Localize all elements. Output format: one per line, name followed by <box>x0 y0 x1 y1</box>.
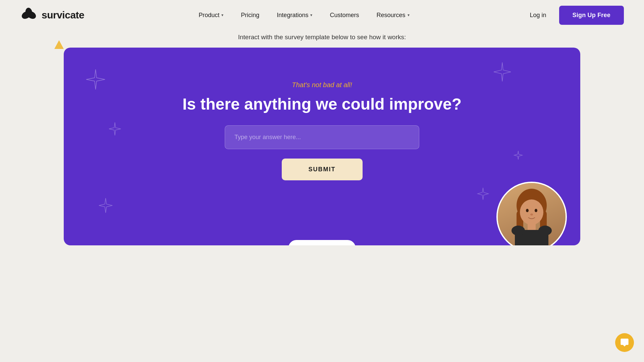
svg-point-8 <box>535 209 537 212</box>
svg-point-13 <box>538 226 552 236</box>
nav-item-product[interactable]: Product ▾ <box>191 8 231 22</box>
logo[interactable]: survicate <box>20 6 84 24</box>
nav-links: Product ▾ Pricing Integrations ▾ Custome… <box>191 8 417 22</box>
star-decoration <box>107 121 122 138</box>
star-decoration <box>97 197 114 215</box>
orange-decoration <box>54 40 64 50</box>
nav-item-resources[interactable]: Resources ▾ <box>369 8 417 22</box>
survey-content: That's not bad at all! Is there anything… <box>77 68 567 180</box>
email-link-pill[interactable]: Email and link <box>287 239 356 245</box>
nav-item-pricing[interactable]: Pricing <box>233 8 267 22</box>
avatar <box>496 182 567 245</box>
svg-point-7 <box>526 209 529 212</box>
chevron-down-icon: ▾ <box>408 13 410 17</box>
nav-item-customers[interactable]: Customers <box>322 8 366 22</box>
page-subtitle: Interact with the survey template below … <box>0 30 644 48</box>
signup-button[interactable]: Sign Up Free <box>559 6 624 25</box>
submit-button[interactable]: SUBMIT <box>282 159 363 180</box>
star-decoration <box>513 150 523 162</box>
survey-subtitle: That's not bad at all! <box>292 81 352 89</box>
chevron-down-icon: ▾ <box>310 13 312 17</box>
avatar-image <box>498 183 566 245</box>
login-button[interactable]: Log in <box>524 8 552 22</box>
svg-rect-10 <box>528 223 536 230</box>
chevron-down-icon: ▾ <box>221 13 223 17</box>
star-decoration <box>491 61 513 84</box>
svg-point-9 <box>530 214 533 216</box>
survey-card: That's not bad at all! Is there anything… <box>64 48 580 245</box>
star-decoration <box>84 68 107 93</box>
nav-item-integrations[interactable]: Integrations ▾ <box>269 8 320 22</box>
svg-point-6 <box>520 199 543 225</box>
logo-text: survicate <box>42 9 84 21</box>
chat-button[interactable] <box>615 333 634 352</box>
survey-answer-input[interactable] <box>225 125 419 149</box>
nav-right: Log in Sign Up Free <box>524 6 624 25</box>
svg-point-12 <box>512 226 525 236</box>
survey-question: Is there anything we could improve? <box>182 95 462 113</box>
star-decoration <box>476 187 490 202</box>
navbar: survicate Product ▾ Pricing Integrations… <box>0 0 644 30</box>
